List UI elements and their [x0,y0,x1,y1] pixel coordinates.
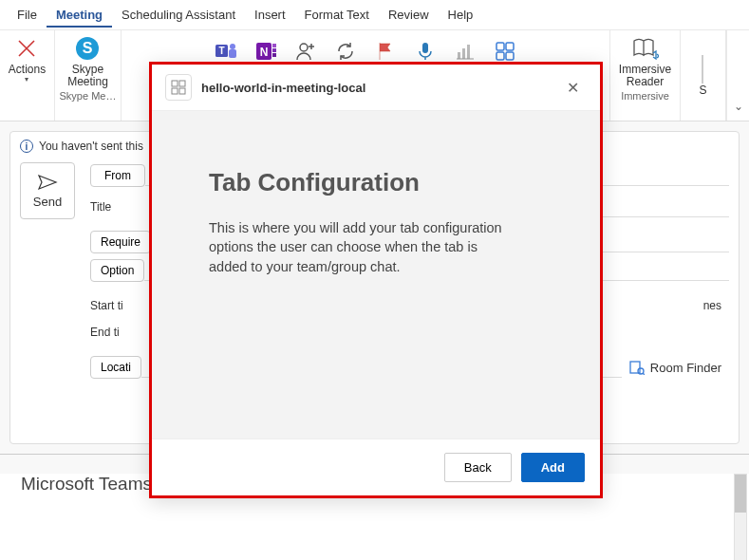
onenote-icon: N [254,40,277,63]
x-icon [12,34,41,63]
skype-label: Skype Meeting [67,64,108,88]
immersive-reader-button[interactable]: Immersive Reader [615,32,675,90]
s-label: S [699,84,706,97]
menubar: File Meeting Scheduling Assistant Insert… [0,0,749,30]
refresh-icon [334,40,357,63]
divider [702,55,703,84]
menu-format[interactable]: Format Text [295,2,379,28]
skype-icon: S [73,34,102,63]
modal-description: This is where you will add your tab conf… [209,218,513,276]
timezones-label: nes [696,295,729,316]
flag-icon [374,40,397,63]
location-button[interactable]: Locati [90,356,141,379]
mic-icon [414,40,437,63]
from-button[interactable]: From [90,164,145,187]
svg-point-4 [230,44,235,49]
modal-footer: Back Add [152,439,600,495]
menu-meeting[interactable]: Meeting [47,2,112,28]
chart-icon [454,40,477,63]
svg-rect-25 [179,88,185,94]
svg-text:T: T [218,46,224,56]
book-speaker-icon [631,34,660,63]
chevron-down-icon: ⌄ [734,100,743,113]
svg-rect-5 [229,49,236,58]
app-icon [165,74,192,101]
refresh-button[interactable] [330,38,361,65]
send-label: Send [33,195,62,209]
required-button[interactable]: Require [90,231,151,253]
close-button[interactable]: ✕ [559,75,587,101]
apps-button[interactable] [490,38,520,65]
svg-rect-18 [496,52,504,60]
chevron-down-icon: ▾ [25,75,28,84]
info-icon: i [20,140,33,153]
menu-file[interactable]: File [8,2,47,28]
modal-heading: Tab Configuration [209,168,543,197]
menu-insert[interactable]: Insert [245,2,295,28]
room-finder-icon [629,360,645,375]
tab-config-modal: hello-world-in-meeting-local ✕ Tab Confi… [149,62,603,498]
skype-group-label: Skype Me… [60,90,117,102]
info-text: You haven't sent this [39,140,143,153]
modal-header: hello-world-in-meeting-local ✕ [152,65,600,111]
svg-rect-19 [506,52,514,60]
menu-review[interactable]: Review [379,2,439,28]
menu-scheduling[interactable]: Scheduling Assistant [112,2,245,28]
flag-button[interactable] [370,38,401,65]
svg-rect-17 [506,43,514,50]
more-s-button[interactable]: S [695,32,710,99]
collapse-ribbon-button[interactable]: ⌄ [726,30,749,121]
svg-rect-15 [467,45,470,59]
actions-button[interactable]: Actions ▾ [5,32,49,85]
menu-help[interactable]: Help [439,2,483,28]
svg-rect-24 [172,88,178,94]
immersive-group-label: Immersive [621,90,669,102]
optional-button[interactable]: Option [90,259,144,282]
svg-text:S: S [83,40,93,56]
svg-rect-13 [458,52,460,59]
scrollbar-thumb[interactable] [735,475,746,513]
send-icon [37,174,58,191]
send-button[interactable]: Send [20,162,75,219]
modal-body: Tab Configuration This is where you will… [152,111,600,439]
svg-rect-16 [496,43,504,50]
apps-icon [494,40,516,63]
svg-rect-9 [272,48,276,52]
skype-button[interactable]: S Skype Meeting [64,32,112,90]
svg-rect-10 [272,53,276,57]
scrollbar[interactable] [734,474,747,560]
teams-icon: T [215,40,237,63]
add-button[interactable]: Add [521,453,585,482]
svg-rect-22 [172,81,178,86]
person-plus-icon [294,40,317,63]
svg-rect-8 [272,44,276,47]
invite-button[interactable] [290,38,321,65]
room-finder-button[interactable]: Room Finder [622,356,729,379]
insights-button[interactable] [450,38,480,65]
close-icon: ✕ [567,80,579,96]
svg-rect-14 [462,48,465,59]
back-button[interactable]: Back [444,453,512,482]
svg-text:N: N [260,46,269,59]
room-finder-label: Room Finder [650,361,721,375]
immersive-label: Immersive Reader [619,64,671,88]
onenote-button[interactable]: N [251,38,281,65]
modal-title: hello-world-in-meeting-local [201,81,550,95]
svg-rect-23 [179,81,185,86]
svg-point-11 [300,44,308,51]
svg-rect-12 [422,43,428,53]
